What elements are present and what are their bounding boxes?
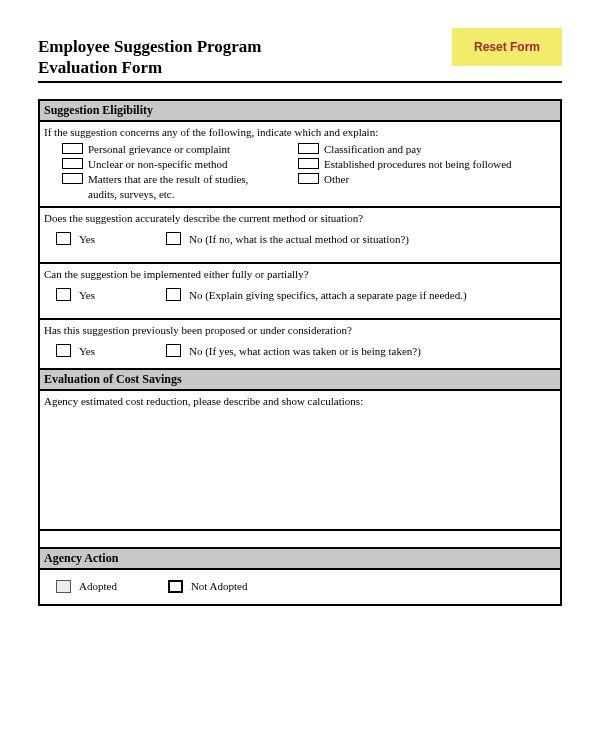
question-text: Does the suggestion accurately describe … [44,211,556,226]
checkbox-q3-no[interactable] [166,344,181,357]
label-no: No (Explain giving specifics, attach a s… [189,288,467,303]
question-previously-proposed: Has this suggestion previously been prop… [39,319,561,370]
checkbox-other[interactable] [298,173,319,184]
label-yes: Yes [79,288,95,303]
question-accurate-description: Does the suggestion accurately describe … [39,207,561,263]
checkbox-classification-pay[interactable] [298,143,319,154]
label-yes: Yes [79,232,95,247]
label-no: No (If yes, what action was taken or is … [189,344,421,359]
option-label: Personal grievance or complaint [88,142,230,157]
evaluation-form: Suggestion Eligibility If the suggestion… [38,99,562,607]
option-label: Other [324,172,349,187]
blank-cell [39,530,561,548]
label-adopted: Adopted [79,579,117,594]
checkbox-q3-yes[interactable] [56,344,71,357]
checkbox-unclear-method[interactable] [62,158,83,169]
checkbox-adopted[interactable] [56,580,71,593]
checkbox-procedures-not-followed[interactable] [298,158,319,169]
eligibility-intro: If the suggestion concerns any of the fo… [44,125,556,140]
question-text: Can the suggestion be implemented either… [44,267,556,282]
option-label: Established procedures not being followe… [324,157,512,172]
section-header-agency-action: Agency Action [39,548,561,569]
checkbox-q1-no[interactable] [166,232,181,245]
checkbox-studies-audits[interactable] [62,173,83,184]
label-yes: Yes [79,344,95,359]
checkbox-q2-yes[interactable] [56,288,71,301]
section-header-eligibility: Suggestion Eligibility [39,100,561,121]
title-line-2: Evaluation Form [38,58,162,77]
agency-action-cell: Adopted Not Adopted [39,569,561,605]
cost-reduction-prompt: Agency estimated cost reduction, please … [44,394,556,409]
checkbox-personal-grievance[interactable] [62,143,83,154]
eligibility-options-cell: If the suggestion concerns any of the fo… [39,121,561,207]
question-text: Has this suggestion previously been prop… [44,323,556,338]
label-no: No (If no, what is the actual method or … [189,232,409,247]
question-can-implement: Can the suggestion be implemented either… [39,263,561,319]
cost-reduction-cell[interactable]: Agency estimated cost reduction, please … [39,390,561,530]
reset-form-button[interactable]: Reset Form [452,28,562,66]
checkbox-not-adopted[interactable] [168,580,183,593]
option-label: Unclear or non-specific method [88,157,228,172]
title-line-1: Employee Suggestion Program [38,37,262,56]
page-title: Employee Suggestion Program Evaluation F… [38,28,262,79]
checkbox-q2-no[interactable] [166,288,181,301]
title-underline [38,81,562,83]
section-header-cost-savings: Evaluation of Cost Savings [39,369,561,390]
option-label: Classification and pay [324,142,422,157]
label-not-adopted: Not Adopted [191,579,248,594]
checkbox-q1-yes[interactable] [56,232,71,245]
option-label: Matters that are the result of studies, … [88,172,268,202]
